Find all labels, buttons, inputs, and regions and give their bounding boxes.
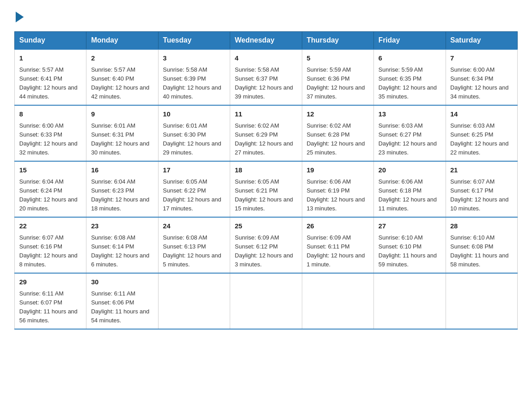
- day-info: Sunrise: 6:08 AMSunset: 6:13 PMDaylight:…: [163, 233, 225, 270]
- calendar-week-row: 1Sunrise: 5:57 AMSunset: 6:41 PMDaylight…: [15, 49, 518, 105]
- day-number: 29: [19, 277, 82, 287]
- calendar-cell: 25Sunrise: 6:09 AMSunset: 6:12 PMDayligh…: [230, 217, 302, 273]
- day-number: 20: [378, 165, 441, 176]
- day-number: 25: [235, 221, 297, 231]
- day-number: 17: [163, 165, 225, 176]
- day-info: Sunrise: 6:10 AMSunset: 6:10 PMDaylight:…: [378, 233, 441, 270]
- calendar-cell: 24Sunrise: 6:08 AMSunset: 6:13 PMDayligh…: [158, 217, 230, 273]
- calendar-cell: 15Sunrise: 6:04 AMSunset: 6:24 PMDayligh…: [15, 161, 86, 217]
- day-info: Sunrise: 6:05 AMSunset: 6:21 PMDaylight:…: [235, 177, 297, 214]
- calendar-cell: 27Sunrise: 6:10 AMSunset: 6:10 PMDayligh…: [374, 217, 446, 273]
- calendar-cell: 19Sunrise: 6:06 AMSunset: 6:19 PMDayligh…: [302, 161, 373, 217]
- calendar-cell: [230, 273, 302, 329]
- calendar-cell: 2Sunrise: 5:57 AMSunset: 6:40 PMDaylight…: [86, 49, 158, 105]
- header-saturday: Saturday: [446, 32, 517, 50]
- day-number: 5: [307, 53, 369, 64]
- day-info: Sunrise: 6:08 AMSunset: 6:14 PMDaylight:…: [91, 233, 153, 270]
- day-number: 16: [91, 165, 153, 176]
- day-number: 23: [91, 221, 153, 231]
- day-info: Sunrise: 6:00 AMSunset: 6:33 PMDaylight:…: [19, 121, 82, 158]
- day-info: Sunrise: 6:09 AMSunset: 6:11 PMDaylight:…: [307, 233, 369, 270]
- day-info: Sunrise: 6:04 AMSunset: 6:24 PMDaylight:…: [19, 177, 82, 214]
- day-info: Sunrise: 6:01 AMSunset: 6:31 PMDaylight:…: [91, 121, 153, 158]
- day-info: Sunrise: 6:03 AMSunset: 6:27 PMDaylight:…: [378, 121, 441, 158]
- day-info: Sunrise: 6:04 AMSunset: 6:23 PMDaylight:…: [91, 177, 153, 214]
- calendar-cell: 22Sunrise: 6:07 AMSunset: 6:16 PMDayligh…: [15, 217, 86, 273]
- header-wednesday: Wednesday: [230, 32, 302, 50]
- day-info: Sunrise: 5:58 AMSunset: 6:39 PMDaylight:…: [163, 65, 225, 102]
- header-tuesday: Tuesday: [158, 32, 230, 50]
- calendar-cell: 16Sunrise: 6:04 AMSunset: 6:23 PMDayligh…: [86, 161, 158, 217]
- day-number: 24: [163, 221, 225, 231]
- day-info: Sunrise: 5:59 AMSunset: 6:36 PMDaylight:…: [307, 65, 369, 102]
- calendar-cell: 20Sunrise: 6:06 AMSunset: 6:18 PMDayligh…: [374, 161, 446, 217]
- day-info: Sunrise: 6:10 AMSunset: 6:08 PMDaylight:…: [450, 233, 513, 270]
- calendar-header-row: SundayMondayTuesdayWednesdayThursdayFrid…: [15, 32, 518, 50]
- header-sunday: Sunday: [15, 32, 86, 50]
- calendar-week-row: 8Sunrise: 6:00 AMSunset: 6:33 PMDaylight…: [15, 105, 518, 161]
- day-number: 12: [307, 109, 369, 120]
- calendar-week-row: 15Sunrise: 6:04 AMSunset: 6:24 PMDayligh…: [15, 161, 518, 217]
- day-number: 3: [163, 53, 225, 64]
- page-header: [14, 11, 518, 22]
- day-number: 4: [235, 53, 297, 64]
- day-number: 26: [307, 221, 369, 231]
- calendar-cell: 10Sunrise: 6:01 AMSunset: 6:30 PMDayligh…: [158, 105, 230, 161]
- calendar-table: SundayMondayTuesdayWednesdayThursdayFrid…: [14, 31, 518, 330]
- calendar-cell: 18Sunrise: 6:05 AMSunset: 6:21 PMDayligh…: [230, 161, 302, 217]
- day-info: Sunrise: 6:11 AMSunset: 6:06 PMDaylight:…: [91, 289, 153, 325]
- day-info: Sunrise: 6:11 AMSunset: 6:07 PMDaylight:…: [19, 289, 82, 325]
- day-number: 7: [450, 53, 513, 64]
- day-info: Sunrise: 6:06 AMSunset: 6:18 PMDaylight:…: [378, 177, 441, 214]
- day-number: 13: [378, 109, 441, 120]
- calendar-cell: 14Sunrise: 6:03 AMSunset: 6:25 PMDayligh…: [446, 105, 517, 161]
- calendar-week-row: 22Sunrise: 6:07 AMSunset: 6:16 PMDayligh…: [15, 217, 518, 273]
- calendar-cell: 17Sunrise: 6:05 AMSunset: 6:22 PMDayligh…: [158, 161, 230, 217]
- day-number: 14: [450, 109, 513, 120]
- logo: [14, 11, 24, 22]
- calendar-cell: 30Sunrise: 6:11 AMSunset: 6:06 PMDayligh…: [86, 273, 158, 329]
- calendar-cell: 23Sunrise: 6:08 AMSunset: 6:14 PMDayligh…: [86, 217, 158, 273]
- day-number: 28: [450, 221, 513, 231]
- calendar-cell: [302, 273, 373, 329]
- day-number: 27: [378, 221, 441, 231]
- day-number: 19: [307, 165, 369, 176]
- day-number: 2: [91, 53, 153, 64]
- day-info: Sunrise: 6:09 AMSunset: 6:12 PMDaylight:…: [235, 233, 297, 270]
- day-number: 30: [91, 277, 153, 287]
- calendar-week-row: 29Sunrise: 6:11 AMSunset: 6:07 PMDayligh…: [15, 273, 518, 329]
- calendar-cell: 29Sunrise: 6:11 AMSunset: 6:07 PMDayligh…: [15, 273, 86, 329]
- day-number: 21: [450, 165, 513, 176]
- calendar-cell: 6Sunrise: 5:59 AMSunset: 6:35 PMDaylight…: [374, 49, 446, 105]
- calendar-cell: 4Sunrise: 5:58 AMSunset: 6:37 PMDaylight…: [230, 49, 302, 105]
- day-number: 6: [378, 53, 441, 64]
- calendar-cell: 11Sunrise: 6:02 AMSunset: 6:29 PMDayligh…: [230, 105, 302, 161]
- calendar-cell: 1Sunrise: 5:57 AMSunset: 6:41 PMDaylight…: [15, 49, 86, 105]
- day-number: 10: [163, 109, 225, 120]
- day-info: Sunrise: 6:05 AMSunset: 6:22 PMDaylight:…: [163, 177, 225, 214]
- header-thursday: Thursday: [302, 32, 373, 50]
- calendar-cell: 9Sunrise: 6:01 AMSunset: 6:31 PMDaylight…: [86, 105, 158, 161]
- calendar-cell: 3Sunrise: 5:58 AMSunset: 6:39 PMDaylight…: [158, 49, 230, 105]
- day-number: 11: [235, 109, 297, 120]
- calendar-cell: 8Sunrise: 6:00 AMSunset: 6:33 PMDaylight…: [15, 105, 86, 161]
- day-info: Sunrise: 6:07 AMSunset: 6:17 PMDaylight:…: [450, 177, 513, 214]
- calendar-cell: 26Sunrise: 6:09 AMSunset: 6:11 PMDayligh…: [302, 217, 373, 273]
- day-number: 15: [19, 165, 82, 176]
- calendar-cell: [374, 273, 446, 329]
- day-number: 8: [19, 109, 82, 120]
- calendar-cell: 7Sunrise: 6:00 AMSunset: 6:34 PMDaylight…: [446, 49, 517, 105]
- day-info: Sunrise: 6:06 AMSunset: 6:19 PMDaylight:…: [307, 177, 369, 214]
- calendar-cell: 12Sunrise: 6:02 AMSunset: 6:28 PMDayligh…: [302, 105, 373, 161]
- day-number: 22: [19, 221, 82, 231]
- day-info: Sunrise: 6:02 AMSunset: 6:28 PMDaylight:…: [307, 121, 369, 158]
- day-number: 18: [235, 165, 297, 176]
- day-info: Sunrise: 6:01 AMSunset: 6:30 PMDaylight:…: [163, 121, 225, 158]
- logo-triangle-icon: [16, 12, 24, 22]
- header-monday: Monday: [86, 32, 158, 50]
- day-info: Sunrise: 6:03 AMSunset: 6:25 PMDaylight:…: [450, 121, 513, 158]
- day-info: Sunrise: 5:57 AMSunset: 6:40 PMDaylight:…: [91, 65, 153, 102]
- header-friday: Friday: [374, 32, 446, 50]
- calendar-cell: 21Sunrise: 6:07 AMSunset: 6:17 PMDayligh…: [446, 161, 517, 217]
- day-info: Sunrise: 6:02 AMSunset: 6:29 PMDaylight:…: [235, 121, 297, 158]
